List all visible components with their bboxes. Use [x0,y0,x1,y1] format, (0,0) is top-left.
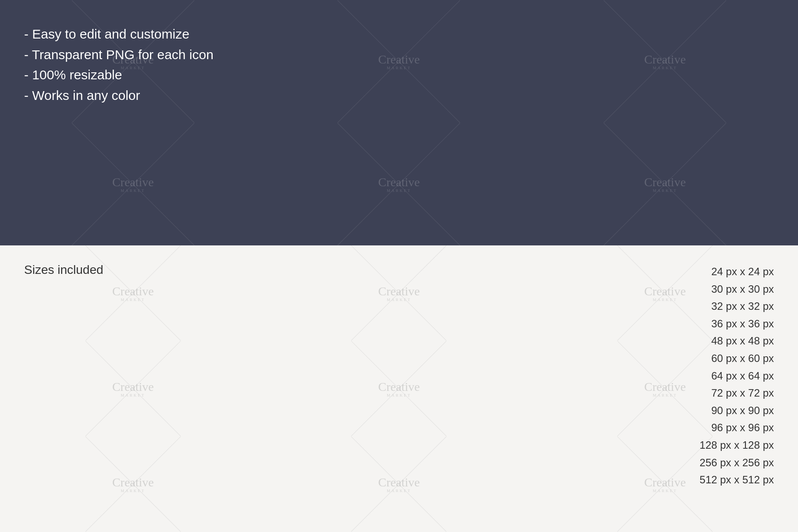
size-item: 96 px x 96 px [700,419,774,436]
bottom-watermark-cell: Creative MARKET [266,436,532,532]
feature-item: - Transparent PNG for each icon [24,45,214,65]
size-item: 256 px x 256 px [700,454,774,472]
size-item: 72 px x 72 px [700,384,774,402]
features-list: - Easy to edit and customize- Transparen… [24,24,214,106]
size-item: 64 px x 64 px [700,367,774,385]
feature-item: - Easy to edit and customize [24,24,214,45]
bottom-section: Creative MARKET Creative MARKET Creative… [0,245,798,532]
size-item: 30 px x 30 px [700,280,774,298]
size-item: 60 px x 60 px [700,350,774,367]
feature-item: - 100% resizable [24,65,214,85]
features-overlay: - Easy to edit and customize- Transparen… [24,24,214,106]
feature-item: - Works in any color [24,85,214,106]
top-watermark-cell: Creative MARKET [532,123,798,245]
size-item: 128 px x 128 px [700,436,774,454]
size-item: 512 px x 512 px [700,471,774,489]
size-item: 36 px x 36 px [700,315,774,333]
bottom-watermark-cell: Creative MARKET [0,245,266,341]
bottom-watermark-cell: Creative MARKET [0,341,266,436]
sizes-list: 24 px x 24 px30 px x 30 px32 px x 32 px3… [700,263,774,489]
size-item: 24 px x 24 px [700,263,774,280]
size-item: 32 px x 32 px [700,298,774,315]
top-watermark-cell: Creative MARKET [532,0,798,123]
bottom-watermark-cell: Creative MARKET [0,436,266,532]
bottom-watermark-grid: Creative MARKET Creative MARKET Creative… [0,245,798,532]
size-item: 90 px x 90 px [700,402,774,419]
size-item: 48 px x 48 px [700,332,774,350]
top-watermark-cell: Creative MARKET [266,123,532,245]
top-section: Creative MARKET Creative MARKET Creative… [0,0,798,245]
top-watermark-cell: Creative MARKET [266,0,532,123]
top-watermark-cell: Creative MARKET [0,123,266,245]
sizes-included-label: Sizes included [24,263,103,277]
bottom-watermark-cell: Creative MARKET [266,245,532,341]
bottom-watermark-cell: Creative MARKET [266,341,532,436]
sizes-list-container: 24 px x 24 px30 px x 30 px32 px x 32 px3… [700,263,774,489]
